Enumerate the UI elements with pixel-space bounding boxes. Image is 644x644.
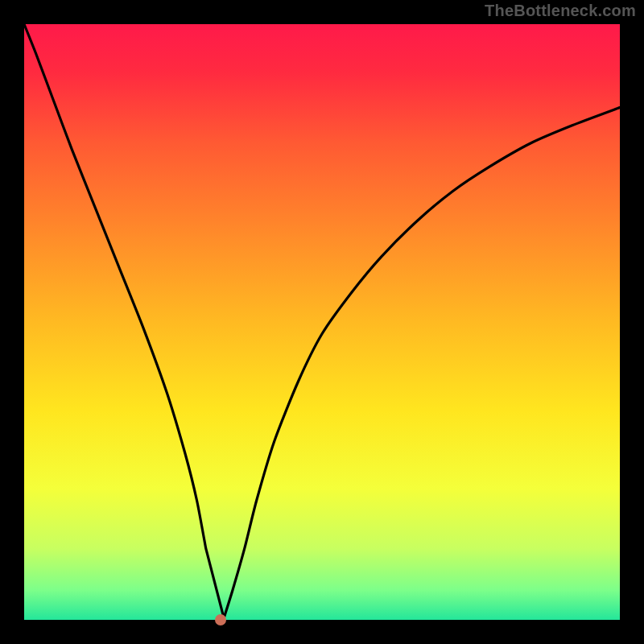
- chart-svg: [24, 24, 620, 620]
- watermark-text: TheBottleneck.com: [485, 2, 636, 20]
- gradient-background: [24, 24, 620, 620]
- chart-frame: TheBottleneck.com: [0, 0, 644, 644]
- plot-area: [24, 24, 620, 620]
- optimal-point-marker: [215, 614, 226, 625]
